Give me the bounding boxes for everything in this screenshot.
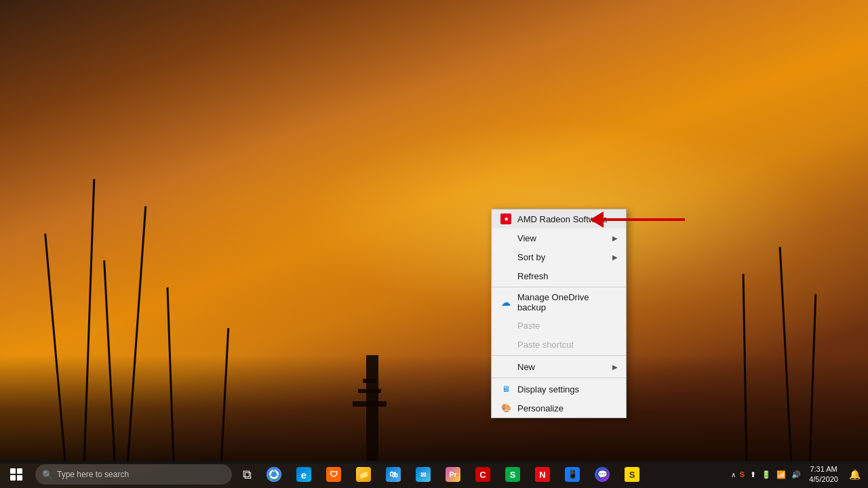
task-view-icon: ⧉ (243, 468, 252, 482)
system-tray: ∧ S ⬆ 🔋 📶 🔊 7:31 AM 4/5/2020 🔔 (730, 461, 868, 488)
menu-item-display-settings-label: Display settings (517, 384, 618, 394)
taskbar: 🔍 Type here to search ⧉ e 🛡 📁 🛍 ✉ Pr (0, 461, 868, 488)
taskbar-app-s[interactable]: S (498, 461, 528, 488)
tray-expand-button[interactable]: ∧ (730, 461, 737, 488)
menu-item-new[interactable]: New ▶ (492, 357, 626, 376)
menu-item-view-label: View (517, 233, 610, 243)
security-icon: 🛡 (326, 467, 341, 482)
start-button[interactable] (0, 461, 33, 488)
paste-icon (500, 319, 512, 331)
taskbar-app-photos[interactable]: Pr (438, 461, 468, 488)
pagoda-roof-3 (363, 379, 376, 383)
search-icon: 🔍 (42, 470, 53, 480)
explorer-icon: 📁 (356, 467, 371, 482)
menu-item-view[interactable]: View ▶ (492, 228, 626, 247)
menu-item-onedrive-label: Manage OneDrive backup (517, 292, 618, 312)
app-s2-icon: S (625, 467, 639, 482)
search-placeholder: Type here to search (57, 470, 129, 479)
menu-item-refresh[interactable]: Refresh (492, 266, 626, 285)
refresh-icon (500, 270, 512, 282)
app-blue-icon: 📱 (565, 467, 580, 482)
taskbar-app-mail[interactable]: ✉ (408, 461, 438, 488)
context-menu: ★ AMD Radeon Software View ▶ Sort by ▶ R… (491, 209, 627, 418)
tray-icon-network[interactable]: 📶 (774, 461, 789, 488)
pagoda-1 (366, 355, 378, 464)
menu-item-paste-label: Paste (517, 321, 618, 331)
menu-separator-2 (492, 355, 626, 356)
menu-separator-3 (492, 378, 626, 378)
sort-submenu-arrow: ▶ (612, 253, 618, 261)
taskbar-app-edge[interactable]: e (289, 461, 319, 488)
menu-separator-1 (492, 287, 626, 287)
taskbar-app-blue[interactable]: 📱 (557, 461, 587, 488)
menu-item-paste-shortcut: Paste shortcut (492, 335, 626, 354)
taskbar-app-security[interactable]: 🛡 (319, 461, 349, 488)
mail-icon: ✉ (416, 467, 431, 482)
annotation-arrow (590, 211, 685, 228)
arrow-head (590, 211, 604, 228)
clock-time: 7:31 AM (810, 464, 837, 474)
arrow-line (604, 218, 685, 221)
menu-item-refresh-label: Refresh (517, 271, 618, 281)
onedrive-icon: ☁ (500, 296, 512, 308)
notification-icon: 🔔 (849, 469, 861, 480)
taskbar-app-netflix[interactable]: N (528, 461, 557, 488)
taskbar-app-c[interactable]: C (468, 461, 498, 488)
amd-icon: ★ (500, 213, 512, 225)
pagoda-roof-2 (358, 389, 381, 393)
view-icon (500, 232, 512, 244)
menu-item-personalize[interactable]: 🎨 Personalize (492, 399, 626, 418)
menu-item-display-settings[interactable]: 🖥 Display settings (492, 380, 626, 399)
menu-item-paste: Paste (492, 316, 626, 335)
taskbar-app-s2[interactable]: S (617, 461, 647, 488)
app-s-icon: S (505, 467, 520, 482)
menu-item-onedrive[interactable]: ☁ Manage OneDrive backup (492, 289, 626, 316)
menu-item-paste-shortcut-label: Paste shortcut (517, 340, 618, 350)
tray-icon-battery[interactable]: 🔋 (759, 461, 774, 488)
menu-item-sort-by-label: Sort by (517, 252, 610, 262)
tray-icon-upload[interactable]: ⬆ (747, 461, 759, 488)
taskbar-app-messenger[interactable]: 💬 (587, 461, 617, 488)
edge-icon: e (296, 467, 311, 482)
task-view-button[interactable]: ⧉ (235, 461, 259, 488)
desktop-landscape (0, 0, 868, 488)
windows-logo (10, 468, 22, 481)
new-icon (500, 361, 512, 373)
taskbar-app-explorer[interactable]: 📁 (349, 461, 378, 488)
app-c-icon: C (475, 467, 490, 482)
view-submenu-arrow: ▶ (612, 235, 618, 242)
paste-shortcut-icon (500, 338, 512, 350)
taskbar-app-store[interactable]: 🛍 (378, 461, 408, 488)
store-icon: 🛍 (386, 467, 401, 482)
search-bar[interactable]: 🔍 Type here to search (35, 464, 232, 485)
photos-icon: Pr (446, 467, 460, 482)
messenger-icon: 💬 (595, 467, 610, 482)
personalize-icon: 🎨 (500, 402, 512, 414)
pagoda-roof-1 (353, 401, 387, 407)
system-clock[interactable]: 7:31 AM 4/5/2020 (804, 461, 844, 488)
clock-date: 4/5/2020 (809, 474, 838, 485)
taskbar-app-chrome[interactable] (259, 461, 289, 488)
display-settings-icon: 🖥 (500, 383, 512, 395)
tray-icon-s[interactable]: S (737, 461, 747, 488)
netflix-icon: N (535, 467, 550, 482)
chrome-icon (267, 467, 281, 482)
menu-item-sort-by[interactable]: Sort by ▶ (492, 247, 626, 266)
sort-icon (500, 251, 512, 263)
notification-button[interactable]: 🔔 (844, 461, 865, 488)
menu-item-new-label: New (517, 362, 610, 372)
tray-icon-volume[interactable]: 🔊 (789, 461, 804, 488)
menu-item-personalize-label: Personalize (517, 403, 618, 413)
new-submenu-arrow: ▶ (612, 363, 618, 371)
